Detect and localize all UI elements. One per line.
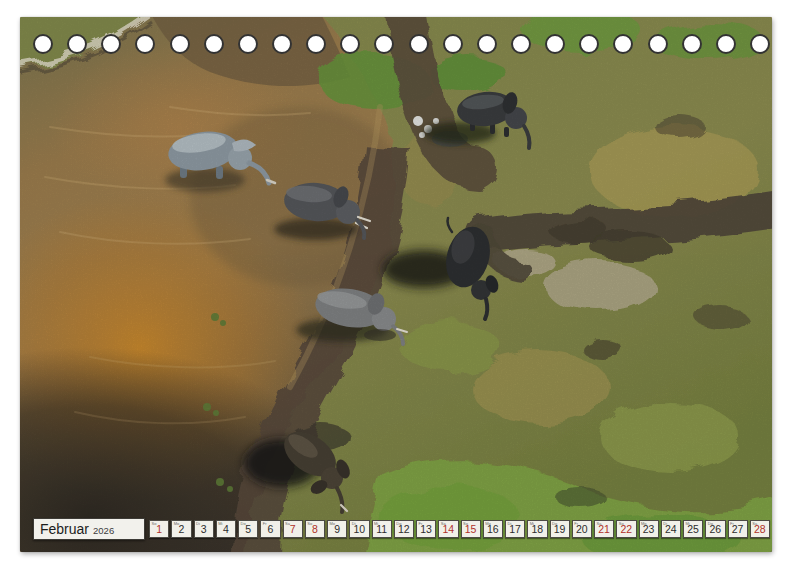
- calendar-photo: Februar 2026 So 1 Mo 2 Di 3 Mi 4 Do 5 Fr…: [20, 17, 772, 552]
- calendar-day-cell: So 15: [461, 520, 481, 538]
- day-number: 22: [617, 522, 635, 537]
- day-number: 20: [573, 522, 591, 537]
- day-number: 7: [284, 522, 302, 537]
- day-number: 3: [195, 522, 213, 537]
- binding-hole: [306, 34, 326, 54]
- calendar-day-cell: Di 17: [505, 520, 525, 538]
- day-number: 18: [528, 522, 546, 537]
- binding-hole: [170, 34, 190, 54]
- binding-hole: [33, 34, 53, 54]
- binding-hole: [272, 34, 292, 54]
- day-number: 8: [306, 522, 324, 537]
- calendar-day-cell: Do 12: [394, 520, 414, 538]
- month-name: Februar: [40, 519, 89, 539]
- day-number: 14: [439, 522, 457, 537]
- day-number: 28: [751, 522, 769, 537]
- binding-hole: [682, 34, 702, 54]
- binding-hole: [511, 34, 531, 54]
- day-number: 9: [328, 522, 346, 537]
- day-number: 1: [150, 522, 168, 537]
- calendar-day-cell: Mo 16: [483, 520, 503, 538]
- day-number: 25: [684, 522, 702, 537]
- binding-hole: [409, 34, 429, 54]
- day-number: 27: [729, 522, 747, 537]
- calendar-day-cell: Sa 7: [283, 520, 303, 538]
- day-number: 5: [239, 522, 257, 537]
- day-number: 26: [706, 522, 724, 537]
- calendar-day-cell: Fr 27: [728, 520, 748, 538]
- calendar-day-cell: Mi 25: [683, 520, 703, 538]
- calendar-day-cell: Mi 11: [372, 520, 392, 538]
- day-number: 10: [350, 522, 368, 537]
- calendar-day-cell: Mi 18: [527, 520, 547, 538]
- calendar-page: { "calendar": { "month_label": "Februar"…: [0, 0, 800, 575]
- binding-hole: [716, 34, 736, 54]
- binding-hole: [67, 34, 87, 54]
- calendar-day-cell: Mo 9: [327, 520, 347, 538]
- day-number: 13: [417, 522, 435, 537]
- day-number: 24: [662, 522, 680, 537]
- binding-hole: [648, 34, 668, 54]
- binding-hole: [204, 34, 224, 54]
- binding-hole: [477, 34, 497, 54]
- calendar-day-cell: Fr 13: [416, 520, 436, 538]
- day-number: 16: [484, 522, 502, 537]
- calendar-day-cell: Di 24: [661, 520, 681, 538]
- binding-hole: [443, 34, 463, 54]
- day-number: 23: [640, 522, 658, 537]
- calendar-day-cell: Mo 23: [639, 520, 659, 538]
- day-number: 17: [506, 522, 524, 537]
- calendar-day-cell: Sa 14: [438, 520, 458, 538]
- calendar-day-cell: Do 19: [550, 520, 570, 538]
- calendar-day-cell: Mi 4: [216, 520, 236, 538]
- calendar-day-cell: So 22: [616, 520, 636, 538]
- aerial-delta-photo: [20, 17, 772, 552]
- year: 2026: [93, 525, 114, 536]
- binding-hole: [750, 34, 770, 54]
- calendar-day-cell: Fr 6: [260, 520, 280, 538]
- calendar-day-cell: Sa 21: [594, 520, 614, 538]
- day-number: 2: [172, 522, 190, 537]
- calendar-day-strip: So 1 Mo 2 Di 3 Mi 4 Do 5 Fr 6 Sa 7 So 8 …: [149, 520, 770, 538]
- calendar-day-cell: Di 3: [194, 520, 214, 538]
- day-number: 21: [595, 522, 613, 537]
- calendar-day-cell: Fr 20: [572, 520, 592, 538]
- day-number: 15: [462, 522, 480, 537]
- day-number: 11: [373, 522, 391, 537]
- calendar-day-cell: Sa 28: [750, 520, 770, 538]
- binding-hole: [545, 34, 565, 54]
- photo-grain: [20, 17, 772, 552]
- calendar-day-cell: Mo 2: [171, 520, 191, 538]
- calendar-day-cell: So 1: [149, 520, 169, 538]
- calendar-day-cell: Do 5: [238, 520, 258, 538]
- calendar-day-cell: Di 10: [349, 520, 369, 538]
- binding-hole: [238, 34, 258, 54]
- calendar-day-cell: So 8: [305, 520, 325, 538]
- day-number: 12: [395, 522, 413, 537]
- month-label-box: Februar 2026: [33, 518, 145, 540]
- calendar-day-cell: Do 26: [705, 520, 725, 538]
- day-number: 6: [261, 522, 279, 537]
- day-number: 19: [551, 522, 569, 537]
- day-number: 4: [217, 522, 235, 537]
